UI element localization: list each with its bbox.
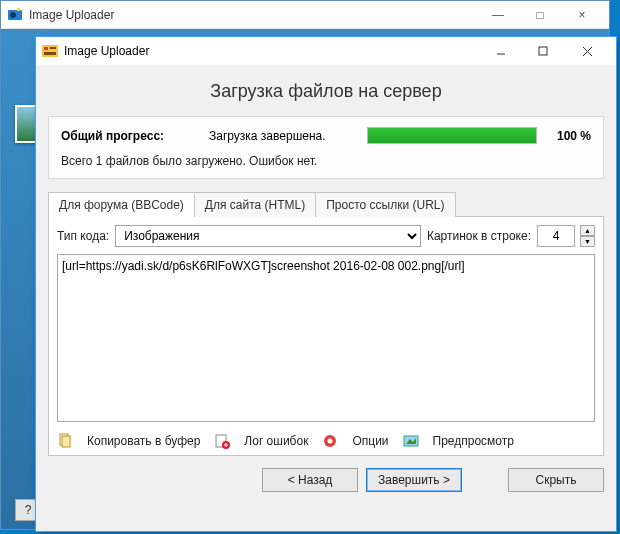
- parent-maximize-button[interactable]: □: [519, 3, 561, 27]
- per-row-label: Картинок в строке:: [427, 229, 531, 243]
- spinner-up[interactable]: ▲: [580, 225, 595, 236]
- progress-label: Общий прогресс:: [61, 129, 201, 143]
- progress-text: Загрузка завершена.: [209, 129, 359, 143]
- per-row-input[interactable]: [537, 225, 575, 247]
- preview-action[interactable]: Предпросмотр: [433, 434, 514, 448]
- svg-rect-5: [50, 47, 56, 49]
- dialog-title: Image Uploader: [64, 44, 480, 58]
- dialog-heading: Загрузка файлов на сервер: [48, 81, 604, 102]
- parent-close-button[interactable]: ×: [561, 3, 603, 27]
- svg-rect-8: [539, 47, 547, 55]
- back-button[interactable]: < Назад: [262, 468, 358, 492]
- dialog-footer: < Назад Завершить > Скрыть: [48, 458, 604, 496]
- status-text: Всего 1 файлов было загружено. Ошибок не…: [61, 154, 591, 168]
- parent-title: Image Uploader: [29, 8, 477, 22]
- svg-point-16: [328, 439, 333, 444]
- options-action[interactable]: Опции: [352, 434, 388, 448]
- action-bar: Копировать в буфер Лог ошибок Опции Пред…: [57, 431, 595, 451]
- code-type-select[interactable]: Изображения: [115, 225, 421, 247]
- progress-bar-fill: [368, 128, 536, 143]
- finish-button[interactable]: Завершить >: [366, 468, 462, 492]
- copy-action[interactable]: Копировать в буфер: [87, 434, 200, 448]
- dialog-maximize-button[interactable]: [522, 40, 564, 62]
- hide-button[interactable]: Скрыть: [508, 468, 604, 492]
- per-row-spinner: ▲ ▼: [580, 225, 595, 247]
- tab-plain[interactable]: Просто ссылки (URL): [315, 192, 455, 217]
- dialog-close-button[interactable]: [564, 40, 610, 62]
- svg-rect-3: [42, 45, 58, 57]
- maximize-icon: [538, 46, 548, 56]
- output-textarea[interactable]: [57, 254, 595, 422]
- log-icon: [214, 433, 230, 449]
- tab-bar: Для форума (BBCode) Для сайта (HTML) Про…: [48, 191, 604, 216]
- parent-minimize-button[interactable]: —: [477, 3, 519, 27]
- svg-rect-2: [17, 8, 20, 11]
- tab-bbcode[interactable]: Для форума (BBCode): [48, 192, 195, 217]
- code-type-label: Тип кода:: [57, 229, 109, 243]
- progress-panel: Общий прогресс: Загрузка завершена. 100 …: [48, 116, 604, 179]
- dialog-titlebar[interactable]: Image Uploader: [36, 37, 616, 65]
- preview-icon: [403, 433, 419, 449]
- dialog-icon: [42, 45, 58, 57]
- tab-html[interactable]: Для сайта (HTML): [194, 192, 316, 217]
- svg-rect-4: [44, 47, 48, 50]
- close-icon: [582, 46, 593, 57]
- options-icon: [322, 433, 338, 449]
- svg-point-1: [10, 12, 16, 18]
- progress-bar: [367, 127, 537, 144]
- app-icon: [7, 7, 23, 23]
- minimize-icon: [496, 46, 506, 56]
- log-action[interactable]: Лог ошибок: [244, 434, 308, 448]
- svg-rect-6: [44, 52, 56, 55]
- copy-icon: [57, 433, 73, 449]
- tab-content: Тип кода: Изображения Картинок в строке:…: [48, 216, 604, 456]
- progress-percent: 100 %: [545, 129, 591, 143]
- dialog-minimize-button[interactable]: [480, 40, 522, 62]
- svg-rect-12: [62, 436, 70, 447]
- upload-dialog: Image Uploader Загрузка файлов на сервер…: [35, 36, 617, 532]
- parent-titlebar[interactable]: Image Uploader — □ ×: [1, 1, 609, 29]
- spinner-down[interactable]: ▼: [580, 236, 595, 247]
